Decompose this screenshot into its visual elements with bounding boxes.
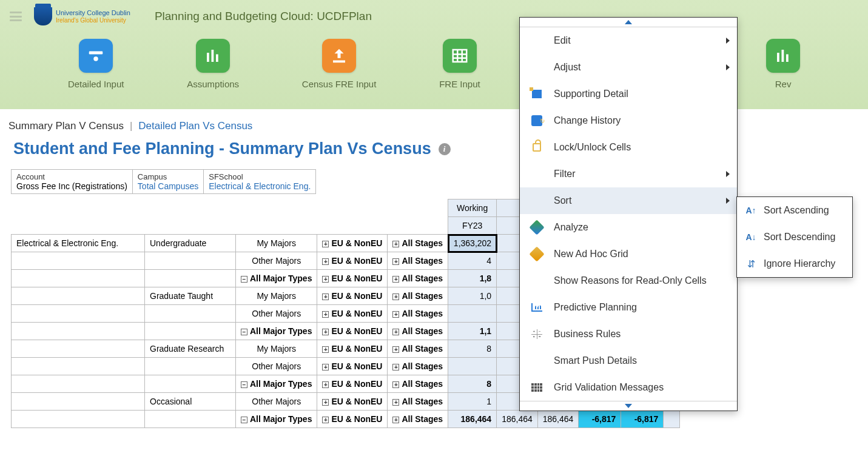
- menu-grid-validation-messages[interactable]: Grid Validation Messages: [520, 374, 737, 401]
- nav-item-detailed-input[interactable]: Detailed Input: [68, 39, 124, 89]
- row-eu[interactable]: +EU & NonEU: [317, 375, 388, 393]
- row-eu[interactable]: +EU & NonEU: [317, 235, 388, 252]
- submenu-sort-ascending[interactable]: A↑Sort Ascending: [737, 197, 852, 224]
- row-stage[interactable]: +All Stages: [388, 393, 448, 411]
- variance-1[interactable]: -6,817: [579, 411, 621, 428]
- cell-value[interactable]: 1,1: [448, 323, 497, 340]
- info-icon[interactable]: i: [439, 143, 451, 155]
- nav-item-rev[interactable]: Rev: [766, 39, 800, 89]
- submenu-arrow-icon: [726, 38, 730, 44]
- cell-value[interactable]: 186,464: [448, 411, 497, 428]
- row-major[interactable]: My Majors: [236, 235, 317, 252]
- menu-item-icon: [530, 61, 544, 73]
- menu-item-label: Change History: [554, 115, 621, 126]
- menu-supporting-detail[interactable]: Supporting Detail: [520, 81, 737, 107]
- menu-item-label: Analyze: [554, 222, 588, 233]
- row-level[interactable]: Graduate Taught: [145, 287, 236, 305]
- menu-predictive-planning[interactable]: Predictive Planning: [520, 294, 737, 321]
- submenu-sort-descending[interactable]: A↓Sort Descending: [737, 224, 852, 250]
- row-major[interactable]: My Majors: [236, 340, 317, 358]
- menu-item-icon: [530, 221, 544, 233]
- menu-item-icon: [530, 381, 544, 394]
- menu-item-label: Grid Validation Messages: [554, 382, 664, 393]
- context-menu[interactable]: Edit Adjust Supporting Detail Change His…: [519, 17, 738, 411]
- cell-value[interactable]: 4: [448, 252, 497, 270]
- row-major[interactable]: Other Majors: [236, 393, 317, 411]
- row-level[interactable]: [145, 358, 236, 375]
- row-level[interactable]: Graduate Research: [145, 340, 236, 358]
- submenu-ignore-hierarchy[interactable]: ⇵Ignore Hierarchy: [737, 250, 852, 277]
- cell-value[interactable]: 1: [448, 393, 497, 411]
- row-level[interactable]: Occasional: [145, 393, 236, 411]
- row-level[interactable]: [145, 411, 236, 428]
- row-major[interactable]: −All Major Types: [236, 375, 317, 393]
- row-eu[interactable]: +EU & NonEU: [317, 358, 388, 375]
- menu-filter[interactable]: Filter: [520, 161, 737, 187]
- menu-analyze[interactable]: Analyze: [520, 214, 737, 241]
- row-stage[interactable]: +All Stages: [388, 323, 448, 340]
- row-eu[interactable]: +EU & NonEU: [317, 323, 388, 340]
- row-stage[interactable]: +All Stages: [388, 358, 448, 375]
- nav-item-census-fre-input[interactable]: Census FRE Input: [302, 39, 377, 89]
- row-stage[interactable]: +All Stages: [388, 252, 448, 270]
- row-eu[interactable]: +EU & NonEU: [317, 393, 388, 411]
- row-major[interactable]: −All Major Types: [236, 411, 317, 428]
- pov-school[interactable]: SFSchool Electrical & Electronic Eng.: [204, 170, 315, 193]
- variance-2[interactable]: -6,817: [621, 411, 664, 428]
- menu-show-reasons-for-read-only-cells[interactable]: Show Reasons for Read-Only Cells: [520, 267, 737, 294]
- row-stage[interactable]: +All Stages: [388, 375, 448, 393]
- row-major[interactable]: −All Major Types: [236, 323, 317, 340]
- menu-scroll-down[interactable]: [520, 401, 737, 411]
- cell-value[interactable]: 8: [448, 340, 497, 358]
- cell-value[interactable]: 8: [448, 375, 497, 393]
- svg-rect-15: [777, 53, 779, 62]
- row-level[interactable]: [145, 270, 236, 287]
- cell-value[interactable]: 1,8: [448, 270, 497, 287]
- row-level[interactable]: [145, 323, 236, 340]
- row-major[interactable]: My Majors: [236, 287, 317, 305]
- menu-edit[interactable]: Edit: [520, 27, 737, 54]
- row-level[interactable]: Undergraduate: [145, 235, 236, 252]
- row-eu[interactable]: +EU & NonEU: [317, 411, 388, 428]
- row-major[interactable]: Other Majors: [236, 358, 317, 375]
- breadcrumb-link[interactable]: Detailed Plan Vs Census: [138, 120, 252, 132]
- row-stage[interactable]: +All Stages: [388, 270, 448, 287]
- row-stage[interactable]: +All Stages: [388, 287, 448, 305]
- row-major[interactable]: −All Major Types: [236, 270, 317, 287]
- cell-value[interactable]: 1,0: [448, 287, 497, 305]
- menu-lock-unlock-cells[interactable]: Lock/Unlock Cells: [520, 134, 737, 161]
- row-eu[interactable]: +EU & NonEU: [317, 252, 388, 270]
- row-level[interactable]: [145, 252, 236, 270]
- row-stage[interactable]: +All Stages: [388, 235, 448, 252]
- row-level[interactable]: [145, 375, 236, 393]
- menu-smart-push-details[interactable]: Smart Push Details: [520, 347, 737, 374]
- menu-change-history[interactable]: Change History: [520, 107, 737, 134]
- nav-item-assumptions[interactable]: Assumptions: [187, 39, 239, 89]
- row-stage[interactable]: +All Stages: [388, 340, 448, 358]
- menu-sort[interactable]: Sort: [520, 187, 737, 214]
- menu-icon[interactable]: [10, 12, 22, 21]
- row-dim: Electrical & Electronic Eng.: [12, 235, 145, 252]
- menu-business-rules[interactable]: +−×= Business Rules: [520, 321, 737, 347]
- cell-value[interactable]: 1,363,202: [448, 235, 497, 252]
- submenu-label: Sort Descending: [764, 232, 835, 243]
- row-eu[interactable]: +EU & NonEU: [317, 270, 388, 287]
- row-level[interactable]: [145, 305, 236, 323]
- row-stage[interactable]: +All Stages: [388, 411, 448, 428]
- menu-item-icon: [530, 195, 544, 207]
- row-major[interactable]: Other Majors: [236, 305, 317, 323]
- pov-campus[interactable]: Campus Total Campuses: [133, 170, 204, 193]
- sort-submenu[interactable]: A↑Sort AscendingA↓Sort Descending⇵Ignore…: [736, 196, 853, 278]
- row-eu[interactable]: +EU & NonEU: [317, 340, 388, 358]
- menu-scroll-up[interactable]: [520, 18, 737, 27]
- table-row[interactable]: −All Major Types +EU & NonEU +All Stages…: [12, 411, 680, 428]
- menu-adjust[interactable]: Adjust: [520, 54, 737, 81]
- nav-item-fre-input[interactable]: FRE Input: [439, 39, 480, 89]
- row-eu[interactable]: +EU & NonEU: [317, 287, 388, 305]
- row-eu[interactable]: +EU & NonEU: [317, 305, 388, 323]
- cell-value[interactable]: [448, 305, 497, 323]
- menu-new-ad-hoc-grid[interactable]: New Ad Hoc Grid: [520, 241, 737, 267]
- row-stage[interactable]: +All Stages: [388, 305, 448, 323]
- cell-value[interactable]: [448, 358, 497, 375]
- row-major[interactable]: Other Majors: [236, 252, 317, 270]
